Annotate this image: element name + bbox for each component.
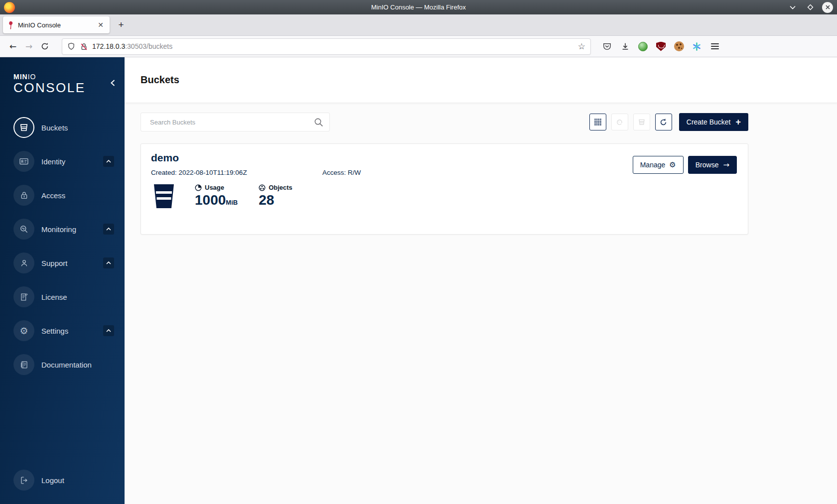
chevron-up-icon[interactable] bbox=[103, 224, 114, 235]
sidebar-item-settings[interactable]: ⚙ Settings bbox=[0, 314, 125, 348]
objects-icon bbox=[259, 184, 266, 191]
chevron-up-icon[interactable] bbox=[103, 257, 114, 268]
tab-bar: MinIO Console ✕ + bbox=[0, 14, 837, 36]
logout-icon bbox=[13, 470, 34, 491]
create-bucket-label: Create Bucket bbox=[687, 118, 731, 126]
chevron-up-icon[interactable] bbox=[103, 325, 114, 336]
sidebar-item-logout[interactable]: Logout bbox=[0, 463, 125, 497]
sidebar-item-documentation[interactable]: Documentation bbox=[0, 348, 125, 381]
browser-toolbar: ← → 172.18.0.3:30503/buckets ☆ bbox=[0, 36, 837, 57]
search-input[interactable] bbox=[141, 113, 329, 131]
sidebar-spacer bbox=[0, 381, 125, 463]
usage-value: 1000 bbox=[195, 192, 226, 208]
url-path: :30503/buckets bbox=[125, 42, 172, 50]
minimize-button[interactable] bbox=[787, 2, 798, 13]
documentation-book-icon bbox=[13, 354, 34, 375]
shield-permissions-icon[interactable] bbox=[67, 42, 75, 50]
browse-label: Browse bbox=[696, 161, 719, 169]
sidebar-item-identity[interactable]: Identity bbox=[0, 144, 125, 178]
set-replication-button[interactable] bbox=[611, 114, 628, 130]
usage-unit: MiB bbox=[226, 199, 238, 206]
sidebar-item-label: Access bbox=[41, 191, 65, 200]
create-bucket-button[interactable]: Create Bucket + bbox=[679, 113, 748, 131]
chevron-up-icon[interactable] bbox=[103, 156, 114, 167]
logo-product: CONSOLE bbox=[13, 81, 113, 95]
sidebar-item-license[interactable]: License bbox=[0, 280, 125, 314]
objects-value: 28 bbox=[259, 191, 292, 209]
close-button[interactable] bbox=[822, 2, 833, 13]
window-controls bbox=[787, 2, 833, 13]
lock-icon bbox=[13, 185, 34, 206]
maximize-button[interactable] bbox=[805, 2, 816, 13]
search-buckets-field[interactable] bbox=[140, 113, 330, 131]
bucket-actions: Create Bucket + bbox=[589, 113, 748, 131]
tab-minio-console[interactable]: MinIO Console ✕ bbox=[3, 16, 110, 33]
forward-button[interactable]: → bbox=[21, 38, 37, 54]
usage-metric: Usage 1000MiB bbox=[195, 184, 238, 209]
tab-close-icon[interactable]: ✕ bbox=[96, 20, 106, 30]
plus-icon: + bbox=[735, 118, 741, 126]
delete-buckets-button[interactable] bbox=[633, 114, 650, 130]
sidebar-item-access[interactable]: Access bbox=[0, 178, 125, 212]
grid-view-button[interactable] bbox=[589, 114, 606, 130]
page-title: Buckets bbox=[140, 74, 179, 86]
sidebar-item-buckets[interactable]: Buckets bbox=[0, 111, 125, 144]
sidebar-item-label: Documentation bbox=[41, 361, 92, 369]
bucket-created: Created: 2022-08-10T11:19:06Z bbox=[151, 169, 322, 176]
sidebar-item-label: Settings bbox=[41, 327, 68, 335]
sidebar-item-support[interactable]: Support bbox=[0, 246, 125, 280]
bucket-info: demo Created: 2022-08-10T11:19:06Z Acces… bbox=[151, 152, 361, 176]
license-document-icon bbox=[13, 286, 34, 307]
cookie-extension-icon[interactable] bbox=[674, 41, 684, 52]
refresh-icon bbox=[659, 118, 668, 126]
sidebar-menu: Buckets Identity Access bbox=[0, 111, 125, 381]
toolbar-extensions bbox=[602, 41, 720, 52]
bucket-card-buttons: Manage ⚙ Browse → bbox=[633, 156, 737, 176]
new-tab-button[interactable]: + bbox=[114, 17, 129, 32]
sidebar: MINIO CONSOLE Buckets Identity bbox=[0, 57, 125, 504]
back-button[interactable]: ← bbox=[5, 38, 21, 54]
browse-button[interactable]: Browse → bbox=[688, 156, 737, 174]
refresh-buckets-button[interactable] bbox=[655, 114, 672, 130]
sidebar-item-monitoring[interactable]: Monitoring bbox=[0, 212, 125, 246]
bucket-meta: Created: 2022-08-10T11:19:06Z Access: R/… bbox=[151, 169, 361, 176]
sidebar-item-label: License bbox=[41, 293, 67, 301]
window-titlebar: MinIO Console — Mozilla Firefox bbox=[0, 0, 837, 14]
sidebar-item-label: Support bbox=[41, 259, 68, 267]
objects-label-row: Objects bbox=[259, 184, 292, 191]
replication-icon bbox=[615, 118, 624, 126]
reload-button[interactable] bbox=[37, 38, 53, 54]
sidebar-item-label: Identity bbox=[41, 157, 65, 166]
url-bar[interactable]: 172.18.0.3:30503/buckets ☆ bbox=[62, 38, 591, 55]
minio-console-app: MINIO CONSOLE Buckets Identity bbox=[0, 57, 837, 504]
ublock-origin-icon[interactable] bbox=[656, 41, 666, 52]
manage-button[interactable]: Manage ⚙ bbox=[633, 156, 684, 174]
bucket-card-demo[interactable]: demo Created: 2022-08-10T11:19:06Z Acces… bbox=[140, 143, 748, 235]
delete-bucket-icon bbox=[638, 118, 646, 126]
bucket-card-header: demo Created: 2022-08-10T11:19:06Z Acces… bbox=[151, 152, 738, 176]
pocket-icon[interactable] bbox=[602, 41, 612, 52]
bookmark-star-icon[interactable]: ☆ bbox=[578, 41, 585, 51]
sidebar-item-label: Logout bbox=[41, 476, 64, 485]
grid-icon bbox=[594, 118, 602, 126]
minio-logo: MINIO CONSOLE bbox=[0, 57, 125, 98]
sidebar-item-label: Monitoring bbox=[41, 225, 76, 234]
extension-green-icon[interactable] bbox=[638, 41, 648, 52]
main-panel: Buckets bbox=[125, 57, 837, 504]
bucket-icon bbox=[13, 117, 34, 138]
menu-icon[interactable] bbox=[709, 41, 720, 52]
monitoring-search-icon bbox=[13, 219, 34, 240]
id-card-icon bbox=[13, 151, 34, 172]
bucket-access: Access: R/W bbox=[322, 169, 361, 176]
manage-label: Manage bbox=[640, 161, 666, 169]
bucket-metrics: Usage 1000MiB Objects 28 bbox=[151, 183, 738, 209]
sidebar-collapse-icon[interactable] bbox=[110, 79, 116, 89]
insecure-lock-icon[interactable] bbox=[80, 42, 88, 51]
buckets-content: Create Bucket + demo Created: 2022-08-10… bbox=[125, 103, 748, 235]
logo-brand-light: IO bbox=[28, 73, 36, 81]
search-icon bbox=[314, 118, 323, 127]
container-asterisk-icon[interactable] bbox=[692, 41, 702, 52]
gear-icon: ⚙ bbox=[13, 320, 34, 341]
bucket-name[interactable]: demo bbox=[151, 152, 361, 164]
downloads-icon[interactable] bbox=[620, 41, 630, 52]
